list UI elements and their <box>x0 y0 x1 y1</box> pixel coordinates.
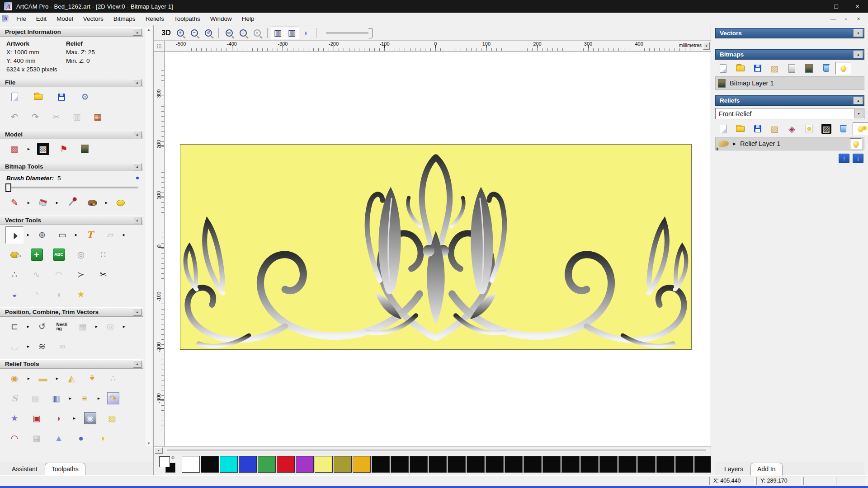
spin-profile-icon[interactable]: ◒ <box>5 286 24 303</box>
wrap-relief-icon[interactable]: ▣ <box>28 410 46 427</box>
relief-visibility-icon[interactable] <box>853 122 868 135</box>
expand-layer-icon[interactable]: ▶ <box>733 141 736 146</box>
open-relief-icon[interactable] <box>732 122 748 135</box>
colour-picker-icon[interactable] <box>62 194 80 211</box>
menu-toolpaths[interactable]: Toolpaths <box>169 13 205 24</box>
transform-vectors-icon[interactable]: ⊕ <box>33 226 51 244</box>
flyout-arrow-icon[interactable]: ▶ <box>55 194 60 211</box>
collapse-section-icon[interactable]: ▲ <box>133 361 142 368</box>
color-swatch[interactable] <box>542 456 561 473</box>
color-swatch[interactable] <box>410 456 428 473</box>
paste-icon[interactable]: ▦ <box>89 108 107 126</box>
color-swatch[interactable] <box>486 456 504 473</box>
create-rectangle-icon[interactable]: ▭ <box>53 226 71 244</box>
collapse-section-icon[interactable]: ▲ <box>133 217 142 224</box>
menu-reliefs[interactable]: Reliefs <box>141 13 169 24</box>
envelope-distort-icon[interactable]: ▱ <box>101 226 119 244</box>
menu-help[interactable]: Help <box>237 13 259 24</box>
create-star-icon[interactable]: ★ <box>72 286 90 303</box>
relief-layer-stack-icon[interactable]: ≡ <box>75 390 94 407</box>
calculate-relief-icon[interactable]: ◉ <box>5 370 24 387</box>
bitmap-layer-item[interactable]: Bitmap Layer 1 <box>715 76 864 90</box>
text-on-curve-icon[interactable]: ↺ <box>33 318 51 335</box>
move-layer-down-icon[interactable]: ↓ <box>853 154 863 163</box>
color-swatch[interactable] <box>448 456 466 473</box>
scroll-left-icon[interactable]: ▸ <box>155 447 163 454</box>
texture-sponge-icon[interactable] <box>112 194 130 211</box>
mirror-vectors-icon[interactable]: ◖ <box>50 286 68 303</box>
scroll-down-icon[interactable]: ▼ <box>147 441 151 446</box>
brush-diameter-slider[interactable] <box>0 182 143 193</box>
new-model-icon[interactable] <box>5 89 24 106</box>
slider-thumb[interactable] <box>5 183 11 192</box>
greyscale-from-relief-icon[interactable]: ▨ <box>818 122 834 135</box>
texture-relief-icon[interactable]: ◠ <box>5 430 24 447</box>
color-swatch[interactable] <box>258 456 276 473</box>
flyout-arrow-icon[interactable]: ▶ <box>122 226 127 244</box>
model-artwork[interactable] <box>180 144 692 350</box>
snap-grid-icon[interactable]: + <box>28 246 46 263</box>
toggle-vector-view-icon[interactable]: ▥ <box>285 27 299 39</box>
window-minimize-icon[interactable]: — <box>804 0 826 13</box>
group-vectors-icon[interactable]: ▦ <box>74 318 92 335</box>
canvas-horizontal-scrollbar[interactable]: ▸ <box>154 446 711 454</box>
menu-edit[interactable]: Edit <box>31 13 52 24</box>
dropdown-arrow-icon[interactable]: ▼ <box>854 109 863 118</box>
bitmap-visibility-icon[interactable] <box>835 62 851 75</box>
color-swatch[interactable] <box>505 456 523 473</box>
collapse-section-icon[interactable]: ▲ <box>133 131 142 138</box>
two-rail-sweep-icon[interactable]: ◗ <box>94 430 112 447</box>
mdi-restore-icon[interactable]: ▫ <box>840 14 852 23</box>
flyout-arrow-icon[interactable]: ▶ <box>26 194 31 211</box>
zoom-in-icon[interactable]: + <box>173 27 187 39</box>
color-swatch[interactable] <box>277 456 295 473</box>
star-relief-icon[interactable]: ★ <box>5 410 24 427</box>
collapse-section-icon[interactable]: ▲ <box>854 97 863 104</box>
new-bitmap-icon[interactable] <box>715 62 731 75</box>
node-editing-icon[interactable]: ∴ <box>5 266 24 283</box>
import-relief-icon[interactable]: ▨ <box>767 122 783 135</box>
preview-relief-icon[interactable]: ◗ <box>299 27 313 39</box>
toggle-bitmap-view-icon[interactable]: ▥ <box>271 27 285 39</box>
join-vectors-icon[interactable]: ◡ <box>5 338 24 355</box>
open-bitmap-icon[interactable] <box>732 62 748 75</box>
offset-relief-icon[interactable]: ▨ <box>103 410 121 427</box>
options-icon[interactable]: ⚙ <box>76 89 94 106</box>
primary-secondary-color-indicator[interactable]: ⊕ <box>159 456 175 473</box>
relief-layer-item[interactable]: ▶ Relief Layer 1 <box>715 137 864 150</box>
color-swatch[interactable] <box>524 456 542 473</box>
align-vectors-icon[interactable]: ⊏ <box>5 318 24 335</box>
collapse-section-icon[interactable]: ▲ <box>133 163 142 170</box>
zoom-previous-icon[interactable]: ↺ <box>201 27 215 39</box>
flyout-arrow-icon[interactable]: ▶ <box>74 226 79 244</box>
color-swatch[interactable] <box>372 456 390 473</box>
save-bitmap-icon[interactable] <box>750 62 765 75</box>
lighting-icon[interactable]: ⚑ <box>55 141 73 158</box>
flyout-arrow-icon[interactable]: ▶ <box>26 338 31 355</box>
window-maximize-icon[interactable]: □ <box>826 0 847 13</box>
expand-section-icon[interactable]: ▼ <box>854 29 863 37</box>
canvas-2d-view[interactable] <box>165 52 711 446</box>
collapse-section-icon[interactable]: ▲ <box>133 79 142 86</box>
color-swatch[interactable] <box>580 456 599 473</box>
view-3d-button[interactable]: 3D <box>159 27 173 39</box>
scrollbar-track[interactable] <box>167 450 706 451</box>
contrast-slider[interactable] <box>326 33 371 33</box>
flyout-arrow-icon[interactable]: ▶ <box>26 370 31 387</box>
freehand-curve-icon[interactable]: ◝ <box>28 286 46 303</box>
color-swatch[interactable] <box>315 456 333 473</box>
color-swatch[interactable] <box>220 456 238 473</box>
color-swatch[interactable] <box>467 456 485 473</box>
collapse-section-icon[interactable]: ▲ <box>133 28 142 36</box>
color-swatch[interactable] <box>353 456 371 473</box>
tab-toolpaths[interactable]: Toolpaths <box>45 463 85 475</box>
smooth-relief-icon[interactable]: ◭ <box>62 370 80 387</box>
primary-color-swatch[interactable] <box>159 456 170 467</box>
weld-vectors-icon[interactable]: ◎ <box>101 318 119 335</box>
sphere-relief-icon[interactable]: ● <box>72 430 90 447</box>
copy-icon[interactable]: ▥ <box>68 108 86 126</box>
redo-icon[interactable]: ↷ <box>26 108 44 126</box>
relief-clipart-icon[interactable]: ▥ <box>47 390 65 407</box>
weave-relief-icon[interactable]: ▩ <box>26 390 44 407</box>
mesh-relief-icon[interactable]: ▦ <box>28 430 46 447</box>
